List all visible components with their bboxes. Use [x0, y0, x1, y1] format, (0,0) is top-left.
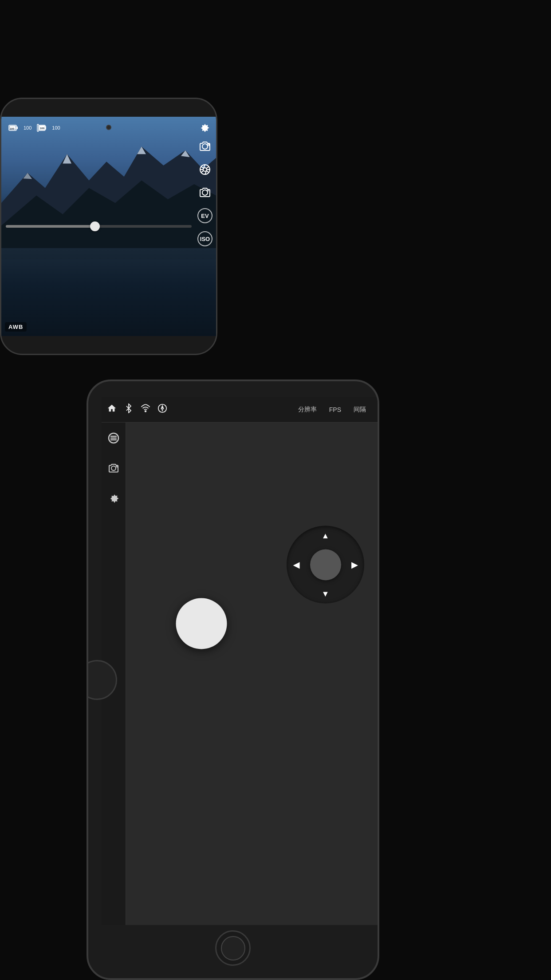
camera-screen: 100 100 100 100	[1, 117, 216, 336]
top-phone-body: 100 100 100 100	[0, 98, 217, 355]
compass-icon[interactable]	[157, 403, 167, 415]
mountain-silhouette	[1, 128, 216, 259]
svg-line-24	[201, 170, 204, 173]
drone-nav-icons	[107, 403, 167, 415]
svg-text:100: 100	[10, 127, 15, 130]
home-button[interactable]	[215, 930, 251, 966]
tab-resolution[interactable]: 分辨率	[292, 403, 323, 416]
drone-settings-icon[interactable]	[105, 490, 122, 507]
ev-slider-track[interactable]	[6, 225, 192, 228]
dpad-left[interactable]: ◀	[290, 558, 303, 571]
tab-interval[interactable]: 间隔	[347, 403, 372, 416]
ev-icon[interactable]: EV	[197, 208, 213, 223]
svg-rect-10	[37, 124, 39, 131]
drone-screen: 分辨率 FPS 间隔	[102, 397, 378, 925]
svg-point-15	[202, 144, 208, 149]
camera-switch-icon[interactable]: ◷	[197, 185, 213, 200]
home-button-inner	[221, 936, 245, 960]
bottom-phone-body: 分辨率 FPS 间隔	[87, 379, 379, 980]
drone-body: ▲ ▼ ◀ ▶	[102, 423, 378, 925]
tab-fps[interactable]: FPS	[323, 403, 347, 416]
dpad-right[interactable]: ▶	[348, 558, 361, 571]
dpad-center[interactable]	[310, 549, 341, 580]
svg-rect-12	[45, 126, 46, 130]
volume-button-2[interactable]	[216, 214, 217, 228]
ev-slider-thumb[interactable]	[90, 221, 100, 231]
aperture-icon[interactable]	[197, 162, 213, 177]
camera-settings-icon[interactable]	[197, 139, 213, 154]
bottom-phone: 分辨率 FPS 间隔	[87, 379, 379, 980]
settings-icon[interactable]	[197, 120, 212, 135]
battery-group: 100 100 100 100	[6, 120, 60, 135]
battery1-label: 100	[24, 125, 31, 130]
water-reflection	[1, 248, 216, 336]
battery1-icon: 100	[6, 120, 21, 135]
drone-tabs: 分辨率 FPS 间隔	[292, 403, 372, 416]
ev-slider-fill	[6, 225, 95, 228]
wifi-icon[interactable]	[141, 403, 150, 415]
bluetooth-icon[interactable]	[124, 403, 134, 415]
drone-top-bar: 分辨率 FPS 间隔	[102, 397, 378, 423]
svg-point-30	[145, 411, 146, 412]
iso-icon[interactable]: ISO	[197, 231, 213, 246]
svg-line-20	[206, 167, 209, 169]
volume-button-1[interactable]	[216, 170, 217, 197]
drone-camera-settings-icon[interactable]	[105, 460, 122, 477]
drone-main-area: ▲ ▼ ◀ ▶	[126, 423, 378, 925]
dpad-up[interactable]: ▲	[319, 530, 332, 542]
menu-icon[interactable]	[105, 430, 122, 447]
ev-slider-area[interactable]	[6, 225, 192, 228]
svg-rect-7	[16, 126, 18, 129]
svg-point-37	[111, 466, 116, 470]
shutter-button[interactable]	[176, 598, 227, 649]
svg-line-22	[206, 170, 209, 173]
home-icon[interactable]	[107, 403, 117, 415]
dpad-control[interactable]: ▲ ▼ ◀ ▶	[287, 526, 364, 604]
top-phone: 100 100 100 100	[0, 98, 217, 364]
camera-right-panel: ◷ EV ISO	[197, 139, 213, 246]
front-camera-dot	[106, 125, 111, 130]
battery2-icon: 100	[34, 120, 49, 135]
dpad-down[interactable]: ▼	[319, 588, 332, 600]
awb-label: AWB	[5, 322, 27, 332]
battery2-label: 100	[52, 125, 60, 130]
svg-text:100: 100	[40, 127, 45, 130]
dpad-outer: ▲ ▼ ◀ ▶	[287, 526, 364, 604]
